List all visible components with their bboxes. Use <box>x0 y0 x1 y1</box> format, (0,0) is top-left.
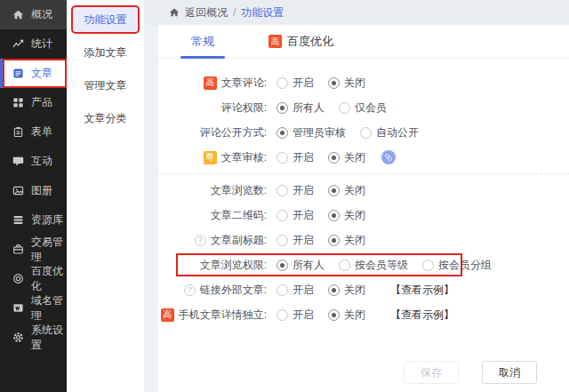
radio-option-by-member-level[interactable]: 按会员等级 <box>339 258 408 273</box>
radio-icon[interactable] <box>276 185 288 196</box>
radio-icon[interactable] <box>422 260 434 271</box>
radio-icon[interactable] <box>276 235 288 246</box>
radio-icon[interactable] <box>328 152 340 164</box>
submenu-item-feature-settings[interactable]: 功能设置 <box>73 7 138 32</box>
radio-icon[interactable] <box>328 210 340 221</box>
radio-label: 关闭 <box>344 283 365 298</box>
sidebar-item-label: 资源库 <box>31 212 63 228</box>
tab-baidu-seo[interactable]: 高 百度优化 <box>268 25 333 58</box>
sidebar-item-statistics[interactable]: 统计 <box>0 29 67 59</box>
radio-option-on[interactable]: 开启 <box>276 308 314 323</box>
radio-icon[interactable] <box>276 127 288 139</box>
briefcase-icon <box>12 244 24 256</box>
vip-badge: 尊 <box>204 151 217 164</box>
submenu-item-add-article[interactable]: 添加文章 <box>73 40 138 65</box>
products-icon <box>12 97 24 109</box>
submenu-item-article-categories[interactable]: 文章分类 <box>73 106 138 131</box>
radio-icon[interactable] <box>328 284 340 296</box>
radio-label: 按会员分组 <box>438 258 492 273</box>
radio-option-on[interactable]: 开启 <box>276 183 314 198</box>
row-label: 文章浏览数: <box>158 183 267 198</box>
row-label-text: 评论权限: <box>221 100 267 116</box>
radio-icon[interactable] <box>276 210 288 221</box>
radio-icon[interactable] <box>276 284 288 296</box>
sidebar-item-resources[interactable]: 资源库 <box>0 205 67 235</box>
radio-icon[interactable] <box>328 77 340 89</box>
help-icon[interactable]: ? <box>195 235 206 246</box>
radio-option-members-only[interactable]: 仅会员 <box>339 100 387 116</box>
radio-option-on[interactable]: 开启 <box>276 208 314 223</box>
radio-option-on[interactable]: 开启 <box>276 233 314 248</box>
radio-label: 关闭 <box>344 183 365 198</box>
radio-option-off[interactable]: 关闭 <box>328 183 365 198</box>
sidebar-item-articles[interactable]: 文章 <box>0 59 67 88</box>
row-label-text: 手机文章详情独立: <box>179 308 267 323</box>
sidebar-item-settings[interactable]: 系统设置 <box>0 323 67 352</box>
radio-option-auto-publish[interactable]: 自动公开 <box>360 125 419 140</box>
gear-icon <box>12 332 24 344</box>
sidebar-item-domain[interactable]: 域名管理 <box>0 293 67 323</box>
save-button[interactable]: 保存 <box>404 361 459 384</box>
sidebar-item-label: 图册 <box>31 183 52 198</box>
radio-option-off[interactable]: 关闭 <box>328 76 365 91</box>
radio-icon[interactable] <box>276 102 288 114</box>
sidebar-item-overview[interactable]: 概况 <box>0 0 67 29</box>
radio-label: 开启 <box>293 208 314 223</box>
sidebar-item-baidu-seo[interactable]: 百度优化 <box>0 264 67 293</box>
radio-label: 开启 <box>293 283 314 298</box>
radio-option-off[interactable]: 关闭 <box>328 150 365 165</box>
radio-icon[interactable] <box>360 127 372 139</box>
row-label: 文章二维码: <box>158 208 267 223</box>
radio-option-on[interactable]: 开启 <box>276 283 314 298</box>
radio-icon[interactable] <box>328 235 340 246</box>
radio-group: 所有人 仅会员 <box>276 100 401 116</box>
radio-icon[interactable] <box>276 260 288 271</box>
radio-option-on[interactable]: 开启 <box>276 76 314 91</box>
cancel-button[interactable]: 取消 <box>482 361 537 384</box>
sidebar-item-label: 表单 <box>31 124 52 140</box>
radio-option-off[interactable]: 关闭 <box>328 283 365 298</box>
sidebar-item-gallery[interactable]: 图册 <box>0 176 67 205</box>
radio-icon[interactable] <box>339 102 350 114</box>
premium-badge: 高 <box>161 308 174 322</box>
dashed-divider <box>158 173 569 174</box>
view-example-link[interactable]: 【查看示例】 <box>390 308 454 323</box>
sidebar-item-label: 系统设置 <box>31 323 67 353</box>
radio-label: 开启 <box>293 76 314 91</box>
radio-label: 开启 <box>293 150 314 165</box>
sidebar-item-label: 域名管理 <box>31 293 67 324</box>
tab-general[interactable]: 常规 <box>180 25 225 58</box>
radio-icon[interactable] <box>328 185 340 196</box>
radio-option-off[interactable]: 关闭 <box>328 233 365 248</box>
view-example-link[interactable]: 【查看示例】 <box>390 283 454 298</box>
sidebar-item-trade[interactable]: 交易管理 <box>0 235 67 264</box>
row-label: 评论公开方式: <box>158 125 267 140</box>
radio-option-admin-review[interactable]: 管理员审核 <box>276 125 346 140</box>
radio-option-by-member-group[interactable]: 按会员分组 <box>422 258 492 273</box>
radio-icon[interactable] <box>339 260 350 271</box>
sidebar-item-products[interactable]: 产品 <box>0 88 67 117</box>
link-icon[interactable] <box>381 150 396 164</box>
submenu-item-manage-articles[interactable]: 管理文章 <box>73 73 138 98</box>
radio-icon[interactable] <box>276 152 288 164</box>
row-label-text: 文章审核: <box>221 150 267 165</box>
help-icon[interactable]: ? <box>184 284 196 296</box>
radio-icon[interactable] <box>276 309 288 321</box>
radio-icon[interactable] <box>276 77 288 89</box>
breadcrumb-back-link[interactable]: 返回概况 <box>185 5 228 20</box>
radio-option-everyone[interactable]: 所有人 <box>276 258 325 273</box>
radio-label: 仅会员 <box>355 100 387 116</box>
radio-option-everyone[interactable]: 所有人 <box>276 100 325 116</box>
sidebar-item-forms[interactable]: 表单 <box>0 117 67 147</box>
form-row-article-qrcode: 文章二维码: 开启 关闭 <box>158 203 569 228</box>
form-row-mobile-article-detail: 高 手机文章详情独立: 开启 关闭 【查看示例】 <box>158 302 569 327</box>
sidebar-item-interaction[interactable]: 互动 <box>0 147 67 176</box>
radio-option-off[interactable]: 关闭 <box>328 308 365 323</box>
article-submenu: 功能设置 添加文章 管理文章 文章分类 <box>67 0 144 392</box>
form-row-article-comments: 高 文章评论: 开启 关闭 <box>158 70 569 95</box>
radio-option-off[interactable]: 关闭 <box>328 208 365 223</box>
radio-icon[interactable] <box>328 309 340 321</box>
radio-option-on[interactable]: 开启 <box>276 150 314 165</box>
domain-icon <box>12 302 24 315</box>
article-icon <box>12 68 24 80</box>
